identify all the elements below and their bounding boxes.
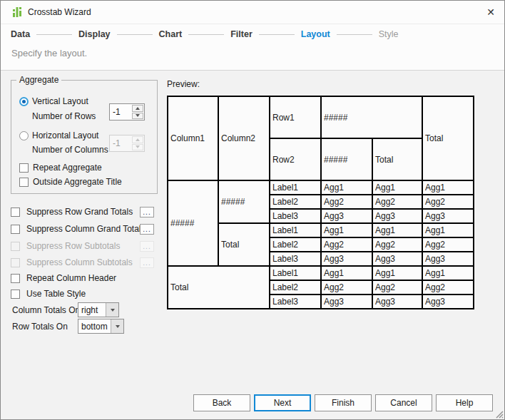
preview-cell: Label2 xyxy=(270,237,321,252)
preview-cell: Label3 xyxy=(270,209,321,223)
preview-cell: Agg1 xyxy=(422,180,474,195)
horizontal-layout-radio[interactable] xyxy=(19,131,29,140)
triangle-up-icon xyxy=(136,138,140,141)
finish-button[interactable]: Finish xyxy=(315,394,372,411)
preview-cell: Row2 xyxy=(270,138,321,180)
crosstab-chart-icon xyxy=(11,6,23,18)
preview-cell: Agg3 xyxy=(422,209,474,223)
step-connector xyxy=(337,34,372,35)
suppress-row-grand-totals-checkbox[interactable] xyxy=(11,208,20,217)
preview-cell: Label1 xyxy=(270,223,321,237)
page-subtitle: Specify the layout. xyxy=(11,48,87,58)
preview-cell: Agg3 xyxy=(422,252,474,266)
preview-cell: Agg2 xyxy=(321,195,372,209)
suppress-column-subtotals-label: Suppress Column Subtotals xyxy=(26,257,133,267)
preview-cell: Agg3 xyxy=(372,294,422,309)
preview-cell: Agg3 xyxy=(321,252,372,266)
close-icon: ✕ xyxy=(486,6,495,18)
suppress-row-subtotals-more-button: ... xyxy=(140,241,154,252)
preview-cell: Agg2 xyxy=(422,280,474,294)
number-of-rows-input[interactable] xyxy=(110,104,131,120)
crosstab-wizard-dialog: Crosstab Wizard ✕ Data Display Chart Fil… xyxy=(0,0,505,420)
tab-data[interactable]: Data xyxy=(11,29,30,39)
use-table-style-checkbox[interactable] xyxy=(11,290,20,299)
next-button[interactable]: Next xyxy=(254,394,311,411)
preview-cell: Label2 xyxy=(270,280,321,294)
preview-cell: ##### xyxy=(168,180,218,266)
preview-cell: Label1 xyxy=(270,266,321,280)
preview-cell: Label1 xyxy=(270,180,321,195)
tab-chart[interactable]: Chart xyxy=(159,29,183,39)
preview-cell: Row1 xyxy=(270,96,321,138)
column-totals-on-label: Column Totals On xyxy=(12,305,80,315)
suppress-column-subtotals-more-button: ... xyxy=(140,257,154,268)
title-bar: Crosstab Wizard ✕ xyxy=(1,1,504,24)
preview-cell: Agg1 xyxy=(372,223,422,237)
outside-aggregate-title-checkbox[interactable] xyxy=(19,178,29,187)
preview-cell: Agg3 xyxy=(321,294,372,309)
window-title: Crosstab Wizard xyxy=(28,1,91,24)
chevron-down-icon xyxy=(111,309,115,312)
preview-cell: Agg1 xyxy=(422,223,474,237)
preview-label: Preview: xyxy=(167,79,200,89)
triangle-up-icon xyxy=(136,107,140,110)
suppress-row-subtotals-label: Suppress Row Subtotals xyxy=(26,241,120,251)
preview-cell: Agg1 xyxy=(321,180,372,195)
row-totals-on-select[interactable]: bottom xyxy=(78,319,124,334)
step-connector xyxy=(259,34,295,35)
preview-cell: Agg1 xyxy=(321,223,372,237)
number-of-columns-input xyxy=(110,135,131,151)
repeat-column-header-checkbox[interactable] xyxy=(11,274,20,283)
preview-cell: Agg2 xyxy=(372,237,422,252)
suppress-row-grand-totals-label: Suppress Row Grand Totals xyxy=(26,207,133,217)
preview-cell: Agg3 xyxy=(321,209,372,223)
preview-cell: Agg3 xyxy=(372,252,422,266)
suppress-row-grand-totals-more-button[interactable]: ... xyxy=(140,207,154,217)
preview-cell: Agg1 xyxy=(372,266,422,280)
outside-aggregate-title-label: Outside Aggregate Title xyxy=(33,177,122,187)
help-button[interactable]: Help xyxy=(436,394,493,411)
suppress-column-grand-totals-label: Suppress Column Grand Totals xyxy=(26,224,146,234)
preview-cell: Label3 xyxy=(270,294,321,309)
number-of-rows-spinner[interactable] xyxy=(109,103,145,121)
column-totals-on-value: right xyxy=(78,303,106,317)
triangle-down-icon xyxy=(136,114,140,117)
number-of-columns-label: Number of Columns xyxy=(32,145,108,155)
rows-spin-up-button[interactable] xyxy=(132,105,143,112)
tab-display[interactable]: Display xyxy=(78,29,110,39)
preview-cell: Total xyxy=(372,138,422,180)
preview-cell: Agg2 xyxy=(321,237,372,252)
preview-cell: ##### xyxy=(321,96,422,138)
resize-grip[interactable] xyxy=(494,409,504,419)
preview-cell: Total xyxy=(218,223,270,266)
chevron-down-icon xyxy=(116,325,120,328)
close-button[interactable]: ✕ xyxy=(481,3,500,21)
step-connector xyxy=(117,34,153,35)
tab-layout[interactable]: Layout xyxy=(301,29,330,39)
horizontal-layout-label: Horizontal Layout xyxy=(32,130,98,140)
suppress-column-grand-totals-more-button[interactable]: ... xyxy=(140,224,154,235)
preview-table: Column1 Column2 Row1 ##### Total Row2 ##… xyxy=(167,96,474,309)
cancel-button[interactable]: Cancel xyxy=(375,394,432,411)
preview-cell: Label3 xyxy=(270,252,321,266)
columns-spin-down-button xyxy=(132,144,143,151)
tab-style[interactable]: Style xyxy=(379,29,399,39)
preview-cell: Agg1 xyxy=(422,266,474,280)
column-totals-on-select[interactable]: right xyxy=(78,302,119,317)
suppress-column-subtotals-checkbox xyxy=(11,258,20,267)
preview-cell: ##### xyxy=(218,180,270,223)
number-of-rows-label: Number of Rows xyxy=(32,111,96,121)
suppress-row-subtotals-checkbox xyxy=(11,242,20,251)
dialog-body: Aggregate Vertical Layout Number of Rows… xyxy=(1,70,504,419)
step-connector xyxy=(36,34,72,35)
suppress-column-grand-totals-checkbox[interactable] xyxy=(11,225,20,234)
repeat-aggregate-checkbox[interactable] xyxy=(19,163,29,173)
vertical-layout-radio[interactable] xyxy=(19,97,29,106)
preview-cell: Total xyxy=(168,266,270,309)
back-button[interactable]: Back xyxy=(193,394,250,411)
preview-cell: Agg1 xyxy=(321,266,372,280)
rows-spin-down-button[interactable] xyxy=(132,113,143,120)
preview-cell: Agg2 xyxy=(372,280,422,294)
number-of-columns-spinner xyxy=(109,135,145,152)
tab-filter[interactable]: Filter xyxy=(230,29,252,39)
